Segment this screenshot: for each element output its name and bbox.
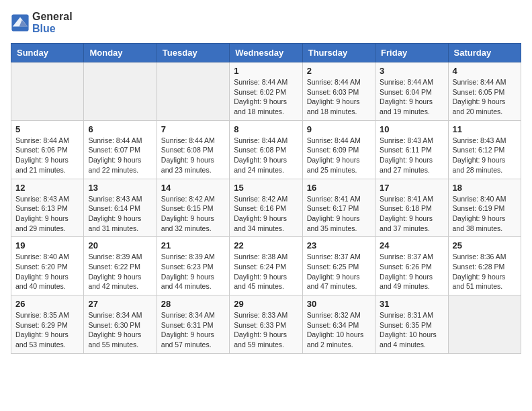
calendar-cell: 8Sunrise: 8:44 AMSunset: 6:08 PMDaylight…: [230, 120, 302, 179]
day-number: 14: [161, 183, 225, 193]
day-number: 5: [15, 124, 79, 134]
day-info: Sunrise: 8:41 AMSunset: 6:18 PMDaylight:…: [380, 194, 443, 234]
day-info: Sunrise: 8:39 AMSunset: 6:22 PMDaylight:…: [88, 252, 152, 291]
day-header-thursday: Thursday: [302, 44, 375, 62]
day-info: Sunrise: 8:34 AMSunset: 6:31 PMDaylight:…: [161, 310, 225, 350]
calendar-week-row: 19Sunrise: 8:40 AMSunset: 6:20 PMDayligh…: [11, 237, 521, 295]
day-info: Sunrise: 8:43 AMSunset: 6:13 PMDaylight:…: [15, 194, 79, 234]
calendar-cell: 2Sunrise: 8:44 AMSunset: 6:03 PMDaylight…: [302, 62, 375, 121]
calendar-cell: 29Sunrise: 8:33 AMSunset: 6:33 PMDayligh…: [230, 295, 302, 354]
day-number: 24: [380, 240, 443, 250]
day-info: Sunrise: 8:42 AMSunset: 6:15 PMDaylight:…: [161, 194, 225, 234]
calendar-cell: [11, 62, 84, 121]
day-number: 21: [161, 240, 225, 250]
day-info: Sunrise: 8:37 AMSunset: 6:26 PMDaylight:…: [380, 252, 443, 291]
day-info: Sunrise: 8:44 AMSunset: 6:08 PMDaylight:…: [234, 136, 298, 175]
day-number: 28: [161, 299, 225, 309]
calendar-cell: 22Sunrise: 8:38 AMSunset: 6:24 PMDayligh…: [230, 237, 302, 295]
day-number: 25: [453, 240, 517, 250]
calendar-cell: 31Sunrise: 8:31 AMSunset: 6:35 PMDayligh…: [375, 295, 448, 354]
calendar-cell: 26Sunrise: 8:35 AMSunset: 6:29 PMDayligh…: [11, 295, 84, 354]
calendar-cell: 11Sunrise: 8:43 AMSunset: 6:12 PMDayligh…: [448, 120, 521, 179]
day-info: Sunrise: 8:44 AMSunset: 6:06 PMDaylight:…: [15, 136, 79, 175]
day-info: Sunrise: 8:38 AMSunset: 6:24 PMDaylight:…: [234, 252, 298, 291]
logo-icon: [11, 13, 30, 32]
day-number: 26: [15, 299, 79, 309]
calendar-cell: 6Sunrise: 8:44 AMSunset: 6:07 PMDaylight…: [84, 120, 157, 179]
day-info: Sunrise: 8:35 AMSunset: 6:29 PMDaylight:…: [15, 310, 79, 350]
day-number: 15: [234, 183, 298, 193]
day-number: 6: [88, 124, 152, 134]
calendar-cell: 4Sunrise: 8:44 AMSunset: 6:05 PMDaylight…: [448, 62, 521, 121]
calendar-cell: 27Sunrise: 8:34 AMSunset: 6:30 PMDayligh…: [84, 295, 157, 354]
day-header-monday: Monday: [84, 44, 157, 62]
day-number: 13: [88, 183, 152, 193]
day-number: 10: [380, 124, 443, 134]
day-info: Sunrise: 8:43 AMSunset: 6:14 PMDaylight:…: [88, 194, 152, 234]
calendar-cell: 9Sunrise: 8:44 AMSunset: 6:09 PMDaylight…: [302, 120, 375, 179]
day-number: 7: [161, 124, 225, 134]
day-number: 31: [380, 299, 443, 309]
day-info: Sunrise: 8:44 AMSunset: 6:02 PMDaylight:…: [234, 77, 298, 117]
day-info: Sunrise: 8:41 AMSunset: 6:17 PMDaylight:…: [307, 194, 371, 234]
calendar-cell: 7Sunrise: 8:44 AMSunset: 6:08 PMDaylight…: [157, 120, 229, 179]
day-number: 30: [307, 299, 371, 309]
calendar-cell: 19Sunrise: 8:40 AMSunset: 6:20 PMDayligh…: [11, 237, 84, 295]
calendar-cell: 24Sunrise: 8:37 AMSunset: 6:26 PMDayligh…: [375, 237, 448, 295]
calendar-week-row: 5Sunrise: 8:44 AMSunset: 6:06 PMDaylight…: [11, 120, 521, 179]
calendar-cell: [157, 62, 229, 121]
calendar-cell: 3Sunrise: 8:44 AMSunset: 6:04 PMDaylight…: [375, 62, 448, 121]
day-info: Sunrise: 8:40 AMSunset: 6:20 PMDaylight:…: [15, 252, 79, 291]
day-number: 3: [380, 66, 443, 76]
day-info: Sunrise: 8:43 AMSunset: 6:12 PMDaylight:…: [453, 136, 517, 175]
day-number: 19: [15, 240, 79, 250]
calendar-cell: 23Sunrise: 8:37 AMSunset: 6:25 PMDayligh…: [302, 237, 375, 295]
calendar-cell: 28Sunrise: 8:34 AMSunset: 6:31 PMDayligh…: [157, 295, 229, 354]
day-info: Sunrise: 8:42 AMSunset: 6:16 PMDaylight:…: [234, 194, 298, 234]
calendar-week-row: 12Sunrise: 8:43 AMSunset: 6:13 PMDayligh…: [11, 179, 521, 237]
calendar-cell: 12Sunrise: 8:43 AMSunset: 6:13 PMDayligh…: [11, 179, 84, 237]
day-info: Sunrise: 8:36 AMSunset: 6:28 PMDaylight:…: [453, 252, 517, 291]
calendar-cell: 14Sunrise: 8:42 AMSunset: 6:15 PMDayligh…: [157, 179, 229, 237]
day-info: Sunrise: 8:39 AMSunset: 6:23 PMDaylight:…: [161, 252, 225, 291]
day-number: 16: [307, 183, 371, 193]
day-number: 2: [307, 66, 371, 76]
day-number: 20: [88, 240, 152, 250]
day-header-tuesday: Tuesday: [157, 44, 229, 62]
calendar-week-row: 1Sunrise: 8:44 AMSunset: 6:02 PMDaylight…: [11, 62, 521, 121]
calendar-cell: 13Sunrise: 8:43 AMSunset: 6:14 PMDayligh…: [84, 179, 157, 237]
calendar-cell: 21Sunrise: 8:39 AMSunset: 6:23 PMDayligh…: [157, 237, 229, 295]
logo: General Blue: [11, 11, 73, 35]
calendar-cell: [448, 295, 521, 354]
day-number: 18: [453, 183, 517, 193]
day-number: 12: [15, 183, 79, 193]
day-info: Sunrise: 8:32 AMSunset: 6:34 PMDaylight:…: [307, 310, 371, 350]
day-info: Sunrise: 8:44 AMSunset: 6:03 PMDaylight:…: [307, 77, 371, 117]
day-info: Sunrise: 8:44 AMSunset: 6:08 PMDaylight:…: [161, 136, 225, 175]
day-info: Sunrise: 8:34 AMSunset: 6:30 PMDaylight:…: [88, 310, 152, 350]
day-number: 29: [234, 299, 298, 309]
day-info: Sunrise: 8:31 AMSunset: 6:35 PMDaylight:…: [380, 310, 443, 350]
day-info: Sunrise: 8:44 AMSunset: 6:09 PMDaylight:…: [307, 136, 371, 175]
calendar-cell: 10Sunrise: 8:43 AMSunset: 6:11 PMDayligh…: [375, 120, 448, 179]
calendar-cell: 30Sunrise: 8:32 AMSunset: 6:34 PMDayligh…: [302, 295, 375, 354]
calendar-header-row: SundayMondayTuesdayWednesdayThursdayFrid…: [11, 44, 521, 62]
day-number: 22: [234, 240, 298, 250]
day-info: Sunrise: 8:44 AMSunset: 6:07 PMDaylight:…: [88, 136, 152, 175]
day-info: Sunrise: 8:40 AMSunset: 6:19 PMDaylight:…: [453, 194, 517, 234]
day-number: 9: [307, 124, 371, 134]
day-header-saturday: Saturday: [448, 44, 521, 62]
day-header-sunday: Sunday: [11, 44, 84, 62]
day-number: 23: [307, 240, 371, 250]
day-header-wednesday: Wednesday: [230, 44, 302, 62]
calendar-week-row: 26Sunrise: 8:35 AMSunset: 6:29 PMDayligh…: [11, 295, 521, 354]
day-number: 27: [88, 299, 152, 309]
day-number: 1: [234, 66, 298, 76]
day-number: 11: [453, 124, 517, 134]
calendar-cell: 1Sunrise: 8:44 AMSunset: 6:02 PMDaylight…: [230, 62, 302, 121]
page-header: General Blue: [11, 11, 521, 35]
day-info: Sunrise: 8:33 AMSunset: 6:33 PMDaylight:…: [234, 310, 298, 350]
calendar-cell: 17Sunrise: 8:41 AMSunset: 6:18 PMDayligh…: [375, 179, 448, 237]
day-header-friday: Friday: [375, 44, 448, 62]
calendar-cell: 20Sunrise: 8:39 AMSunset: 6:22 PMDayligh…: [84, 237, 157, 295]
